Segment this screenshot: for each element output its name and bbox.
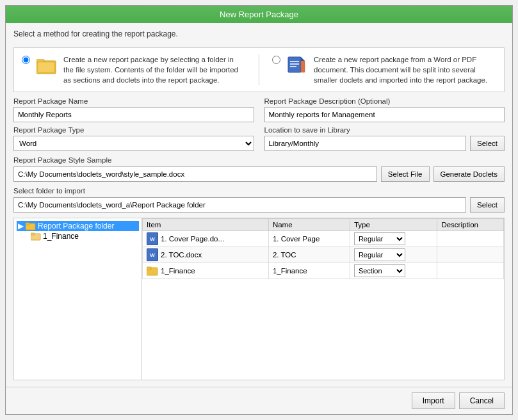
- row2-item: W 2. TOC.docx: [143, 247, 269, 263]
- word-doc-icon: W: [147, 232, 158, 245]
- row2-desc: [437, 247, 504, 263]
- name-field-row: Report Package Name: [13, 97, 254, 122]
- word-doc-icon2: W: [147, 248, 158, 261]
- name-label: Report Package Name: [13, 97, 254, 105]
- tree-expand-icon: ▶: [18, 222, 24, 230]
- row3-desc: [437, 263, 504, 279]
- method-label: Select a method for creating the report …: [13, 29, 505, 38]
- location-field-row: Location to save in Library Select: [264, 126, 505, 151]
- svg-rect-14: [147, 267, 151, 270]
- table-row: W 2. TOC.docx 2. TOC Regular Section: [143, 247, 504, 263]
- folder-row: Select: [13, 197, 505, 213]
- tree-pane: ▶ Report Package folder 1_Finance: [14, 218, 142, 380]
- type-select[interactable]: Word PDF: [13, 136, 254, 151]
- style-input[interactable]: [13, 166, 377, 182]
- row2-type-select[interactable]: Regular Section: [354, 248, 405, 261]
- tree-child-label: 1_Finance: [43, 232, 79, 241]
- row3-type: Regular Section: [350, 263, 437, 279]
- row2-name: 2. TOC: [268, 247, 350, 263]
- method-option-doc: Create a new report package from a Word …: [272, 54, 496, 85]
- import-button[interactable]: Import: [412, 392, 455, 409]
- form-section: Report Package Name Report Package Descr…: [13, 97, 505, 151]
- tree-root[interactable]: ▶ Report Package folder: [17, 221, 139, 231]
- svg-rect-5: [301, 61, 305, 72]
- tree-root-label: Report Package folder: [38, 222, 114, 230]
- location-inline: Select: [264, 136, 505, 151]
- desc-field-row: Report Package Description (Optional): [264, 97, 505, 122]
- method-doc-text: Create a new report package from a Word …: [314, 54, 496, 85]
- style-section: Report Package Style Sample Select File …: [13, 156, 505, 182]
- method-radio-doc[interactable]: [272, 56, 280, 64]
- svg-rect-3: [288, 57, 301, 72]
- table-row: W 1. Cover Page.do... 1. Cover Page Regu…: [143, 231, 504, 247]
- cancel-button[interactable]: Cancel: [459, 392, 505, 409]
- svg-rect-10: [26, 223, 29, 225]
- row1-desc: [437, 231, 504, 247]
- location-input[interactable]: [264, 136, 467, 151]
- col-name: Name: [268, 219, 350, 231]
- folder-label: Select folder to import: [13, 187, 505, 195]
- location-select-button[interactable]: Select: [470, 136, 505, 151]
- row1-type-select[interactable]: Regular Section: [354, 232, 405, 245]
- generate-doclets-button[interactable]: Generate Doclets: [433, 166, 505, 182]
- tree-child-folder-icon: [31, 232, 41, 241]
- row1-name: 1. Cover Page: [268, 231, 350, 247]
- row1-type: Regular Section: [350, 231, 437, 247]
- items-table: Item Name Type Description W 1. Cover Pa…: [142, 218, 504, 279]
- col-item: Item: [143, 219, 269, 231]
- tree-table-section: ▶ Report Package folder 1_Finance: [13, 218, 505, 380]
- dialog: New Report Package Select a method for c…: [5, 5, 513, 415]
- style-row: Select File Generate Doclets: [13, 166, 505, 182]
- select-file-button[interactable]: Select File: [381, 166, 430, 182]
- table-pane: Item Name Type Description W 1. Cover Pa…: [142, 218, 504, 380]
- folder-select-button[interactable]: Select: [470, 197, 505, 213]
- row1-item: W 1. Cover Page.do...: [143, 231, 269, 247]
- footer-bar: Import Cancel: [6, 387, 512, 414]
- tree-item-finance[interactable]: 1_Finance: [29, 231, 139, 241]
- svg-rect-12: [31, 233, 35, 235]
- folder-icon: [35, 54, 58, 77]
- row2-type: Regular Section: [350, 247, 437, 263]
- method-section: Create a new report package by selecting…: [13, 47, 505, 92]
- col-description: Description: [437, 219, 504, 231]
- tree-folder-icon: [26, 222, 36, 230]
- desc-label: Report Package Description (Optional): [264, 97, 505, 105]
- type-field-row: Report Package Type Word PDF: [13, 126, 254, 151]
- dialog-title: New Report Package: [6, 6, 512, 23]
- doc-icon: [286, 54, 309, 77]
- folder-section: Select folder to import Select: [13, 187, 505, 213]
- folder-row-icon: [147, 266, 158, 276]
- method-radio-folder[interactable]: [22, 56, 30, 64]
- method-folder-text: Create a new report package by selecting…: [63, 54, 246, 85]
- location-label: Location to save in Library: [264, 126, 505, 134]
- style-label: Report Package Style Sample: [13, 156, 505, 164]
- table-row: 1_Finance 1_Finance Regular Section: [143, 263, 504, 279]
- tree-child-row: 1_Finance: [17, 231, 139, 241]
- row3-name: 1_Finance: [268, 263, 350, 279]
- method-option-folder: Create a new report package by selecting…: [22, 54, 246, 85]
- type-label: Report Package Type: [13, 126, 254, 134]
- method-divider: [259, 54, 259, 85]
- svg-rect-2: [38, 62, 54, 72]
- col-type: Type: [350, 219, 437, 231]
- dialog-content: Select a method for creating the report …: [6, 23, 512, 387]
- desc-input[interactable]: [264, 107, 505, 122]
- row3-item: 1_Finance: [143, 263, 269, 279]
- svg-marker-4: [301, 57, 305, 61]
- row3-type-select[interactable]: Regular Section: [354, 264, 405, 277]
- folder-input[interactable]: [13, 197, 466, 213]
- name-input[interactable]: [13, 107, 254, 122]
